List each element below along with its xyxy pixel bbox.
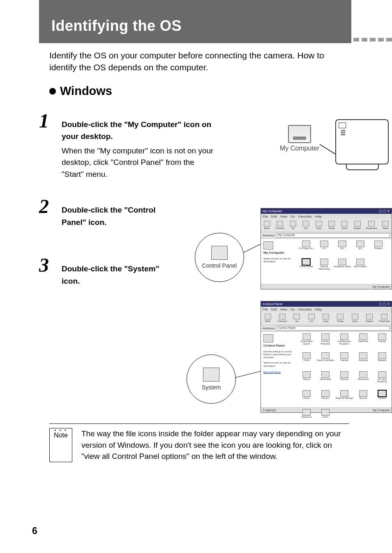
toolbar-label: Forward <box>275 227 284 229</box>
folder-icon: Display <box>373 333 391 352</box>
menu-item: Go <box>291 215 295 218</box>
folder-icon: System <box>373 390 391 408</box>
toolbar-label: Up <box>295 320 298 322</box>
toolbar-label: Back <box>264 227 270 229</box>
toolbar-icon <box>337 314 344 319</box>
folder-icon: Add New Hardware <box>316 333 334 352</box>
icon-label: Control Panel <box>299 266 313 268</box>
toolbar-label: Paste <box>328 227 334 229</box>
file-icon <box>321 333 330 340</box>
icon-label: Mouse <box>303 378 310 381</box>
toolbar-icon <box>316 221 322 227</box>
icon-label: Web Folders <box>354 266 367 268</box>
control-panel-icon <box>211 246 228 260</box>
file-icon <box>340 352 348 359</box>
file-icon <box>302 390 311 397</box>
address-bar: Address Control Panel <box>261 325 392 332</box>
icon-label: Telephony <box>301 416 311 419</box>
toolbar-label: Cut <box>304 227 308 229</box>
toolbar-button: Cut <box>306 314 316 322</box>
folder-icon: Passwords <box>354 371 372 389</box>
toolbar-label: Forward <box>278 320 287 322</box>
file-icon <box>321 352 330 359</box>
folder-icon: Game Controllers <box>316 352 334 370</box>
address-label: Address <box>263 234 274 237</box>
toolbar-icon <box>381 314 387 319</box>
folder-icon: Printers <box>370 241 387 258</box>
file-icon <box>374 241 383 247</box>
folder-icon: Internet <box>335 352 353 370</box>
file-icon <box>359 352 367 359</box>
toolbar-label: Up <box>291 227 295 229</box>
menu-item: Edit <box>271 308 277 311</box>
icon-grid: Accessibility OptionsAdd New HardwareAdd… <box>296 332 392 407</box>
toolbar-icon <box>368 221 375 227</box>
system-icon <box>203 368 219 382</box>
toolbar-button: Cut <box>302 221 310 229</box>
toolbar-label: Paste <box>337 320 344 322</box>
note-text: The way the file icons inside the folder… <box>81 428 349 462</box>
menu-item: View <box>280 308 287 311</box>
toolbar-icon <box>264 221 270 227</box>
icon-label: Accessibility Options <box>297 340 316 345</box>
toolbar-label: Properties <box>366 227 377 229</box>
step-number: 3 <box>39 255 62 275</box>
menu-item: Edit <box>271 215 277 218</box>
desktop-mini-icons <box>341 130 345 135</box>
toolbar-icon <box>265 314 271 319</box>
toolbar-button: Undo <box>340 221 349 229</box>
system-callout: System <box>187 354 236 404</box>
menu-item: Favorites <box>298 215 312 218</box>
icon-label: Multimedia <box>320 378 331 381</box>
toolbar-button: Properties <box>379 314 390 322</box>
icon-label: Add New Hardware <box>316 340 334 345</box>
icon-label: Sounds <box>360 397 367 400</box>
bullet-icon <box>49 88 56 95</box>
file-icon <box>338 259 346 265</box>
file-icon <box>321 409 330 416</box>
file-icon <box>356 241 364 247</box>
icon-label: (E:) <box>359 248 362 250</box>
file-icon <box>340 390 348 397</box>
intro-paragraph: Identify the OS on your computer before … <box>49 49 349 74</box>
toolbar-button: Copy <box>321 314 331 322</box>
icon-label: 3½ Floppy (A:) <box>299 248 314 250</box>
icon-label: Power <box>303 397 310 400</box>
figure-control-panel-window: System Control Panel ▢ ▢ ✕ FileEditViewG… <box>203 301 392 414</box>
note-label: Note <box>51 432 71 439</box>
file-icon <box>302 409 311 416</box>
toolbar-icon <box>323 314 329 319</box>
folder-icon: (E:) <box>352 241 369 258</box>
toolbar-label: Cut <box>309 320 313 322</box>
address-bar: Address My Computer <box>261 232 392 239</box>
file-icon <box>320 259 328 265</box>
pane-title: My Computer <box>263 251 293 255</box>
folder-icon: Sounds <box>354 390 372 408</box>
icon-label: System <box>378 397 386 400</box>
icon-label: Fonts <box>304 359 309 362</box>
window-title: Control Panel <box>263 302 282 306</box>
toolbar-icon <box>293 314 300 319</box>
menu-item: File <box>263 308 268 311</box>
file-icon <box>356 259 364 265</box>
toolbar-label: Copy <box>323 320 329 322</box>
step-number: 1 <box>39 111 62 131</box>
status-left: 3 object(s) <box>263 409 276 412</box>
folder-icon: Mouse <box>297 371 316 389</box>
toolbar-icon <box>290 221 296 227</box>
toolbar-button: Properties <box>366 221 377 229</box>
folder-icon: Control Panel <box>297 259 315 276</box>
address-label: Address <box>263 326 274 330</box>
folder-icon: (D:) <box>334 241 351 258</box>
window-menubar: FileEditViewGoFavoritesHelp <box>261 214 392 219</box>
toolbar-icon <box>328 221 335 227</box>
toolbar-button: Paste <box>327 221 336 229</box>
toolbar-button: Back <box>263 221 271 229</box>
header-band: Identifying the OS <box>39 0 351 43</box>
file-icon <box>359 390 367 397</box>
system-callout-label: System <box>202 384 221 391</box>
file-icon <box>378 333 386 340</box>
file-icon <box>321 390 330 397</box>
icon-label: Game Controllers <box>316 359 334 362</box>
icon-label: Scheduled Tasks <box>334 266 350 268</box>
